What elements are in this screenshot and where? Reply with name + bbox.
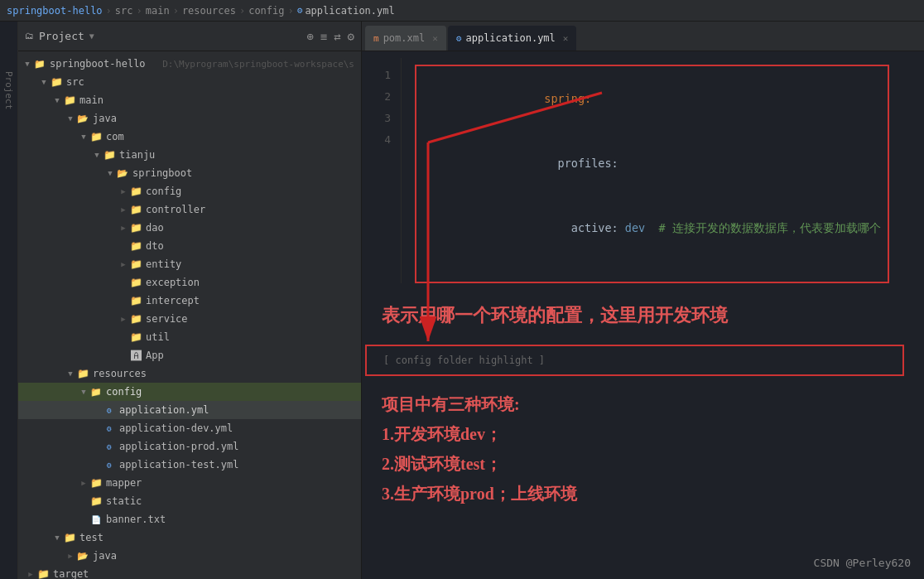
- tree-item-resources[interactable]: ▼ 📁 resources: [18, 364, 361, 383]
- tree-item-main[interactable]: ▼ 📁 main: [18, 91, 361, 109]
- code-line-1: spring:: [423, 66, 881, 131]
- tree-arrow: ▶: [91, 422, 103, 434]
- annotation-list-item-3: 3.生产环境prod；上线环境: [382, 479, 904, 509]
- folder-icon: 📂: [116, 166, 129, 180]
- tree-arrow: ▶: [78, 477, 89, 489]
- tree-item-service[interactable]: ▶ 📁 service: [18, 310, 361, 328]
- tree-item-tianju[interactable]: ▼ 📁 tianju: [18, 146, 361, 164]
- tree-item-springboot-hello[interactable]: ▼ 📁 springboot-hello D:\Myprogram\spring…: [18, 55, 361, 73]
- tree-item-src[interactable]: ▼ 📁 src: [18, 73, 361, 91]
- folder-icon: 📁: [89, 385, 103, 398]
- tree-arrow: ▼: [91, 149, 103, 161]
- tree-item-java[interactable]: ▼ 📂 java: [18, 109, 361, 128]
- tree-arrow: ▶: [118, 350, 129, 361]
- tree-item-springboot[interactable]: ▼ 📂 springboot: [18, 164, 361, 182]
- tree-item-app[interactable]: ▶ 🅰 App: [18, 346, 361, 364]
- tree-arrow: ▶: [78, 514, 89, 525]
- tree-item-test-java[interactable]: ▶ 📂 java: [18, 547, 361, 565]
- code-line-4: [423, 260, 881, 282]
- breadcrumb-root[interactable]: springboot-hello: [7, 5, 103, 17]
- sort-icon[interactable]: ⇄: [334, 30, 340, 43]
- tree-item-intercept[interactable]: ▶ 📁 intercept: [18, 292, 361, 310]
- tree-arrow: ▼: [38, 76, 50, 88]
- tab-bar: m pom.xml ✕ ⚙ application.yml ✕: [362, 22, 924, 51]
- yml-file-icon: ⚙: [103, 403, 116, 417]
- code-line-3: active: dev # 连接开发的数据数据库，代表要加载哪个: [423, 195, 881, 260]
- file-tree: ▼ 📁 springboot-hello D:\Myprogram\spring…: [18, 51, 361, 579]
- tree-item-application-prod-yml[interactable]: ▶ ⚙ application-prod.yml: [18, 437, 361, 456]
- folder-icon: 📁: [103, 148, 116, 162]
- code-line-2: profiles:: [423, 131, 881, 195]
- tree-arrow: ▼: [78, 131, 89, 142]
- tree-item-dao[interactable]: ▶ 📁 dao: [18, 219, 361, 237]
- sidebar: 🗂 Project ▼ ⊕ ≡ ⇄ ⚙ ▼ 📁 springboot-hello…: [18, 22, 362, 579]
- annotation-list: 项目中有三种环境: 1.开发环境dev； 2.测试环境test； 3.生产环境p…: [382, 389, 904, 509]
- java-folder-icon: 📂: [76, 112, 89, 125]
- left-strip: Project: [0, 22, 18, 579]
- project-strip-label[interactable]: Project: [3, 71, 14, 109]
- tree-arrow: ▶: [118, 222, 129, 234]
- tree-item-mapper[interactable]: ▶ 📁 mapper: [18, 474, 361, 492]
- yml-tab-icon: ⚙: [456, 33, 462, 44]
- folder-icon: 📁: [129, 258, 142, 271]
- tree-arrow: ▼: [51, 532, 63, 543]
- tree-item-application-test-yml[interactable]: ▶ ⚙ application-test.yml: [18, 456, 361, 474]
- sidebar-header: 🗂 Project ▼ ⊕ ≡ ⇄ ⚙: [18, 22, 361, 51]
- tree-item-target[interactable]: ▶ 📁 target: [18, 565, 361, 579]
- annotation-area: 表示用哪一个环境的配置，这里用开发环境 [ config folder high…: [362, 290, 924, 579]
- tree-item-application-yml[interactable]: ▶ ⚙ application.yml: [18, 401, 361, 419]
- settings-icon[interactable]: ⚙: [348, 30, 354, 43]
- tree-item-exception[interactable]: ▶ 📁 exception: [18, 273, 361, 292]
- tree-item-util[interactable]: ▶ 📁 util: [18, 328, 361, 346]
- folder-icon: 📁: [63, 94, 76, 107]
- yml-file-icon: ⚙: [103, 422, 116, 435]
- folder-icon: 📁: [50, 75, 63, 89]
- folder-icon: 📁: [129, 203, 142, 216]
- line-numbers: 1 2 3 4: [362, 58, 402, 283]
- folder-icon: 📁: [129, 331, 142, 344]
- tree-arrow: ▼: [65, 113, 76, 124]
- tree-arrow: ▶: [118, 331, 129, 343]
- tree-item-banner-txt[interactable]: ▶ 📄 banner.txt: [18, 510, 361, 528]
- tree-arrow: ▶: [25, 568, 36, 579]
- folder-icon: 📁: [33, 57, 46, 70]
- tree-arrow: ▶: [91, 459, 103, 470]
- tree-item-config-resources[interactable]: ▼ 📁 config: [18, 383, 361, 401]
- yml-file-icon: ⚙: [103, 458, 116, 471]
- tree-item-entity[interactable]: ▶ 📁 entity: [18, 255, 361, 273]
- txt-file-icon: 📄: [89, 513, 103, 526]
- tree-arrow: ▶: [118, 240, 129, 252]
- tab-pom-xml[interactable]: m pom.xml ✕: [365, 26, 446, 51]
- tree-item-static[interactable]: ▶ 📁 static: [18, 492, 361, 510]
- tree-arrow: ▶: [65, 550, 76, 562]
- tree-item-test[interactable]: ▼ 📁 test: [18, 528, 361, 547]
- tree-item-controller[interactable]: ▶ 📁 controller: [18, 200, 361, 219]
- tree-arrow: ▼: [22, 58, 33, 70]
- tree-arrow: ▶: [78, 495, 89, 507]
- add-icon[interactable]: ⊕: [306, 30, 313, 43]
- folder-icon: 📁: [129, 312, 142, 326]
- tab-close-icon[interactable]: ✕: [432, 33, 438, 44]
- tree-arrow: ▼: [78, 386, 89, 398]
- xml-tab-icon: m: [373, 33, 379, 44]
- tab-application-yml[interactable]: ⚙ application.yml ✕: [448, 26, 577, 51]
- tree-item-config-java[interactable]: ▶ 📁 config: [18, 182, 361, 200]
- tree-item-application-dev-yml[interactable]: ▶ ⚙ application-dev.yml: [18, 419, 361, 437]
- tree-arrow: ▼: [104, 167, 116, 179]
- yml-icon: ⚙: [297, 5, 303, 16]
- tree-arrow: ▶: [118, 204, 129, 215]
- annotation-main: 表示用哪一个环境的配置，这里用开发环境: [382, 303, 904, 328]
- tree-arrow: ▼: [65, 368, 76, 379]
- tree-arrow: ▶: [118, 277, 129, 288]
- list-icon[interactable]: ≡: [320, 30, 327, 43]
- folder-icon: 📁: [76, 367, 89, 380]
- folder-icon: 📁: [129, 276, 142, 289]
- tab-close-active-icon[interactable]: ✕: [563, 33, 569, 44]
- tree-arrow: ▶: [118, 313, 129, 325]
- annotation-list-item-2: 2.测试环境test；: [382, 449, 904, 479]
- yml-file-icon: ⚙: [103, 440, 116, 453]
- tree-item-com[interactable]: ▼ 📁 com: [18, 128, 361, 146]
- tree-item-dto[interactable]: ▶ 📁 dto: [18, 237, 361, 255]
- dropdown-icon[interactable]: ▼: [89, 31, 94, 41]
- annotation-list-title: 项目中有三种环境:: [382, 389, 904, 419]
